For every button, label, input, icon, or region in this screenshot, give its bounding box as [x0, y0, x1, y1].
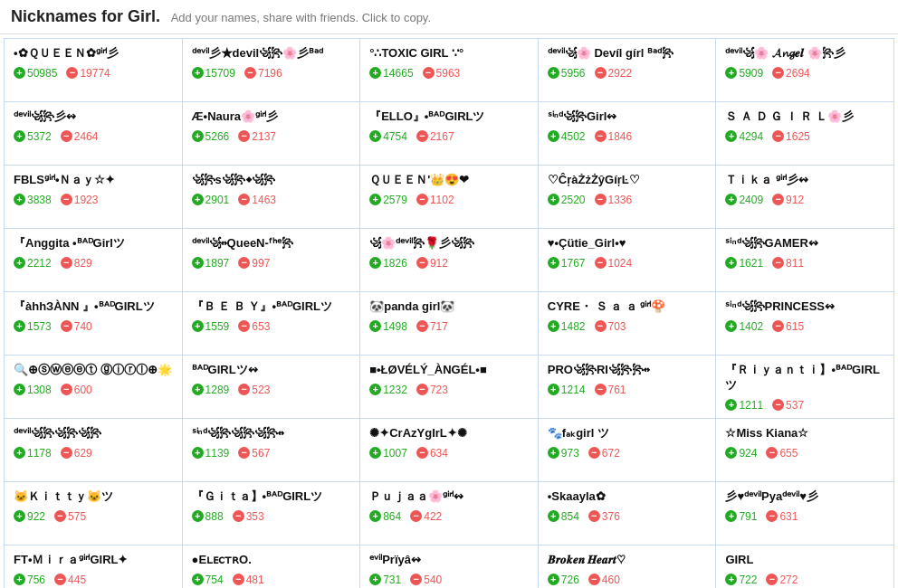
nickname-text: FBLSᵍⁱʳˡ•Ｎａｙ☆✦ — [14, 173, 116, 188]
nickname-stats: + 1826− 912 — [369, 257, 448, 270]
nickname-card[interactable]: 🐼panda girl🐼+ 1498− 717 — [360, 292, 539, 356]
nickname-stats: + 1482− 703 — [548, 320, 626, 333]
nickname-stats: + 5372− 2464 — [14, 130, 98, 143]
plus-icon: + — [369, 320, 381, 332]
nickname-text: Ｓ Ａ Ｄ Ｇ Ｉ Ｒ Ｌ🌸彡 — [725, 109, 854, 125]
nickname-card[interactable]: Æ•Naura🌸ᵍⁱʳˡ彡+ 5266− 2137 — [183, 102, 361, 166]
stat-down: − 740 — [61, 320, 92, 333]
nickname-card[interactable]: ᵉᵛⁱˡPrïyâ↭+ 731− 540 — [360, 545, 539, 588]
nickname-card[interactable]: ＱＵＥＥＮ'👑😍❤+ 2579− 1102 — [360, 166, 539, 229]
nickname-card[interactable]: 𝑩𝒓𝒐𝒌𝒆𝒏 𝑯𝒆𝒂𝒓𝒕♡+ 726− 460 — [539, 545, 717, 588]
minus-icon: − — [772, 194, 784, 205]
minus-icon: − — [61, 320, 72, 332]
nickname-card[interactable]: ᴮᴬᴰGIRLツ↭+ 1289− 523 — [183, 356, 361, 419]
nickname-card[interactable]: ♥•Çütie_Girl•♥+ 1767− 1024 — [539, 229, 717, 292]
nickname-stats: + 1308− 600 — [14, 384, 92, 396]
plus-icon: + — [14, 510, 25, 522]
minus-icon: − — [595, 130, 607, 142]
plus-icon: + — [14, 574, 25, 585]
nickname-card[interactable]: 🐾fₐₖgirl ツ+ 973− 672 — [539, 419, 717, 482]
stat-up: + 1621 — [725, 257, 763, 270]
nickname-card[interactable]: •✿ＱＵＥＥＮ✿ᵍⁱʳˡ彡+ 50985− 19774 — [5, 39, 183, 102]
nickname-card[interactable]: °∴TOXIC GIRL ∵°+ 14665− 5963 — [360, 39, 539, 102]
nickname-stats: + 922− 575 — [14, 510, 86, 523]
minus-icon: − — [61, 194, 72, 205]
nickname-card[interactable]: 『Anggita •ᴮᴬᴰGirlツ+ 2212− 829 — [5, 229, 183, 292]
nickname-card[interactable]: ˢⁱⁿᵈ꧁꧂PRINCESS↭+ 1402− 615 — [716, 292, 894, 356]
nickname-stats: + 888− 353 — [192, 510, 264, 523]
nickname-card[interactable]: ˢⁱⁿᵈ꧁꧂꧁꧂꧁꧂↭+ 1139− 567 — [183, 419, 361, 482]
nickname-card[interactable]: ᵈᵉᵛⁱˡ彡★devil꧁꧂🌸彡ᴮᵃᵈ+ 15709− 7196 — [183, 39, 361, 102]
nickname-card[interactable]: Ｐｕｊａａ🌸ᵍⁱʳˡ↭+ 864− 422 — [360, 482, 539, 545]
nickname-card[interactable]: 『Ｒｉｙａｎｔｉ】•ᴮᴬᴰGIRLツ+ 1211− 537 — [716, 356, 894, 419]
stat-up: + 2520 — [548, 194, 586, 206]
stat-up: + 1573 — [14, 320, 52, 333]
nickname-card[interactable]: ●ЕʟᴇᴄᴛʀO.+ 754− 481 — [183, 545, 361, 588]
nickname-text: ꧁꧂s꧁꧂◆꧁꧂ — [192, 173, 275, 188]
nickname-card[interactable]: FT•ＭｉｒａᵍⁱʳˡGIRL✦+ 756− 445 — [5, 545, 183, 588]
nickname-card[interactable]: ☆Miss Kiana☆+ 924− 655 — [716, 419, 894, 482]
nickname-card[interactable]: ᵈᵉᵛⁱˡ꧁꧂彡↭+ 5372− 2464 — [5, 102, 183, 166]
minus-icon: − — [410, 510, 422, 522]
nickname-card[interactable]: ˢⁱⁿᵈ꧁꧂Girl↭+ 4502− 1846 — [539, 102, 717, 166]
nickname-card[interactable]: PRO꧁꧂RI꧁꧂꧂↭+ 1214− 761 — [539, 356, 717, 419]
nickname-text: 『Ｂ Ｅ Ｂ Ｙ』•ᴮᴬᴰGIRLツ — [192, 299, 332, 315]
nickname-card[interactable]: •Skaayla✿+ 854− 376 — [539, 482, 717, 545]
nickname-card[interactable]: ♡ĈŗàŻżŻŷGíŗĿ♡+ 2520− 1336 — [539, 166, 717, 229]
nickname-card[interactable]: 『Ｇｉｔａ】•ᴮᴬᴰGIRLツ+ 888− 353 — [183, 482, 361, 545]
nickname-card[interactable]: FBLSᵍⁱʳˡ•Ｎａｙ☆✦+ 3838− 1923 — [5, 166, 183, 229]
nickname-card[interactable]: 彡♥ᵈᵉᵛⁱˡPyaᵈᵉᵛⁱˡ♥彡+ 791− 631 — [716, 482, 894, 545]
minus-icon: − — [595, 320, 607, 332]
plus-icon: + — [548, 67, 559, 79]
stat-up: + 1767 — [548, 257, 586, 270]
nickname-card[interactable]: ᵈᵉᵛⁱˡ꧁꧂꧁꧂꧁꧂+ 1178− 629 — [5, 419, 183, 482]
minus-icon: − — [416, 384, 428, 395]
nickname-card[interactable]: ᵈᵉᵛⁱˡ꧁🌸 Devíl gírl ᴮᵃᵈ꧂+ 5956− 2922 — [539, 39, 717, 102]
nickname-stats: + 2212− 829 — [14, 257, 92, 270]
nickname-card[interactable]: CYRE・ Ｓ ａ ａ ᵍⁱʳˡ🍄+ 1482− 703 — [539, 292, 717, 356]
nickname-text: 『ELLO』•ᴮᴬᴰGIRLツ — [369, 109, 484, 125]
nickname-card[interactable]: Ｔｉｋａ ᵍⁱʳˡ彡↭+ 2409− 912 — [716, 166, 894, 229]
stat-down: − 540 — [410, 574, 442, 586]
plus-icon: + — [14, 320, 25, 332]
minus-icon: − — [423, 67, 435, 79]
nickname-stats: + 3838− 1923 — [14, 194, 98, 206]
nickname-stats: + 731− 540 — [369, 574, 442, 586]
nickname-card[interactable]: GIRL+ 722− 272 — [716, 545, 894, 588]
minus-icon: − — [766, 574, 778, 585]
stat-up: + 924 — [725, 447, 757, 460]
page-header: Nicknames for Girl. Add your names, shar… — [0, 0, 898, 34]
nickname-card[interactable]: 『Ｂ Ｅ Ｂ Ｙ』•ᴮᴬᴰGIRLツ+ 1559− 653 — [183, 292, 361, 356]
plus-icon: + — [192, 574, 204, 585]
nickname-text: ᵈᵉᵛⁱˡ꧁↭QueeN-ᶠʰᵉ꧂ — [192, 236, 293, 251]
nickname-text: 𝑩𝒓𝒐𝒌𝒆𝒏 𝑯𝒆𝒂𝒓𝒕♡ — [548, 553, 626, 568]
stat-up: + 1232 — [369, 384, 407, 396]
minus-icon: − — [588, 510, 600, 522]
nickname-card[interactable]: 『àhhЗÀNN 』•ᴮᴬᴰGIRLツ+ 1573− 740 — [5, 292, 183, 356]
stat-up: + 922 — [14, 510, 45, 523]
nickname-card[interactable]: ꧁꧂s꧁꧂◆꧁꧂+ 2901− 1463 — [183, 166, 361, 229]
plus-icon: + — [725, 320, 737, 332]
nickname-text: 『Anggita •ᴮᴬᴰGirlツ — [14, 236, 125, 251]
plus-icon: + — [14, 384, 25, 395]
minus-icon: − — [244, 67, 256, 79]
nickname-card[interactable]: ■•ŁØVÉLÝ_ÀNGÉL•■+ 1232− 723 — [360, 356, 539, 419]
plus-icon: + — [14, 67, 25, 79]
nickname-text: Ｔｉｋａ ᵍⁱʳˡ彡↭ — [725, 173, 808, 188]
nickname-card[interactable]: Ｓ Ａ Ｄ Ｇ Ｉ Ｒ Ｌ🌸彡+ 4294− 1625 — [716, 102, 894, 166]
nickname-card[interactable]: ꧁🌸ᵈᵉᵛⁱˡ꧂🌹彡꧁꧂+ 1826− 912 — [360, 229, 539, 292]
nickname-card[interactable]: 『ELLO』•ᴮᴬᴰGIRLツ+ 4754− 2167 — [360, 102, 539, 166]
nickname-card[interactable]: ᵈᵉᵛⁱˡ꧁↭QueeN-ᶠʰᵉ꧂+ 1897− 997 — [183, 229, 361, 292]
stat-up: + 1308 — [14, 384, 52, 396]
nickname-card[interactable]: ˢⁱⁿᵈ꧁꧂GAMER↭+ 1621− 811 — [716, 229, 894, 292]
nickname-card[interactable]: ᵈᵉᵛⁱˡ꧁🌸 𝓐𝓷𝓰𝒆𝒍 🌸꧂彡+ 5909− 2694 — [716, 39, 894, 102]
stat-down: − 422 — [410, 510, 442, 523]
nickname-card[interactable]: ✺✦CrAzYgIrL✦✺+ 1007− 634 — [360, 419, 539, 482]
stat-up: + 754 — [192, 574, 224, 586]
stat-up: + 4294 — [725, 130, 763, 143]
nickname-card[interactable]: 🔍⊕ⓢⓦⓔⓔⓣ ⓖⓘⓡⓛ⊕🌟+ 1308− 600 — [5, 356, 183, 419]
stat-down: − 2464 — [61, 130, 99, 143]
plus-icon: + — [192, 257, 204, 269]
nickname-card[interactable]: 🐱Ｋｉｔｔｙ🐱ツ+ 922− 575 — [5, 482, 183, 545]
nickname-stats: + 1007− 634 — [369, 447, 448, 460]
